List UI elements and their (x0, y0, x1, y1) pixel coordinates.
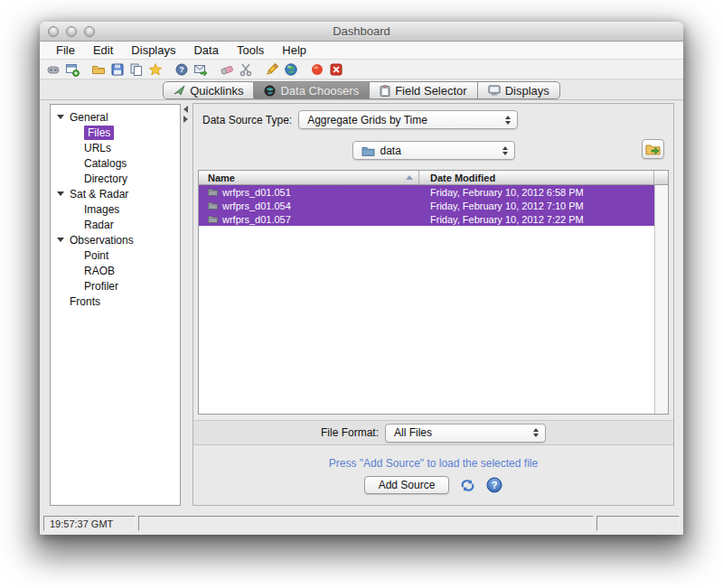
collapse-right-icon[interactable] (183, 116, 188, 123)
send-message-icon[interactable] (192, 61, 208, 77)
status-message-area (138, 516, 594, 531)
console-icon[interactable] (45, 61, 61, 77)
change-directory-button[interactable] (642, 139, 664, 159)
file-table: Name Date Modified wrfprs_d01.051 Friday… (198, 170, 669, 415)
tree-item-radar[interactable]: Radar (51, 217, 180, 232)
file-name: wrfprs_d01.057 (222, 214, 291, 225)
disclosure-triangle-icon[interactable] (57, 115, 64, 119)
eraser-icon[interactable] (219, 61, 234, 77)
tab-label: Field Selector (395, 84, 466, 98)
menu-help[interactable]: Help (273, 42, 315, 58)
tree-item-raob[interactable]: RAOB (51, 263, 180, 278)
file-format-select[interactable]: All Files (385, 424, 546, 443)
globe-icon[interactable] (283, 61, 298, 77)
data-source-type-select[interactable]: Aggregate Grids by Time (298, 110, 518, 129)
data-choosers-panel: General Files URLs Catalogs Directory Sa… (40, 99, 683, 511)
clipboard-icon (380, 85, 390, 97)
favorites-star-icon[interactable] (147, 61, 163, 77)
tree-group-observations[interactable]: Observations (51, 232, 180, 247)
minimize-window-icon[interactable] (66, 26, 77, 37)
tab-quicklinks[interactable]: Quicklinks (163, 81, 254, 99)
file-format-label: File Format: (321, 426, 379, 439)
tree-label: Point (84, 249, 108, 262)
tab-data-choosers[interactable]: Data Choosers (254, 81, 370, 99)
dashboard-window: Dashboard File Edit Displays Data Tools … (40, 22, 683, 535)
file-icon (208, 201, 218, 210)
new-window-icon[interactable] (64, 61, 80, 77)
tree-item-point[interactable]: Point (51, 247, 180, 263)
table-row[interactable]: wrfprs_d01.051 Friday, February 10, 2012… (199, 185, 654, 199)
tree-item-directory[interactable]: Directory (51, 171, 180, 186)
add-source-button[interactable]: Add Source (364, 476, 450, 494)
popup-arrows-icon (505, 116, 511, 125)
file-icon (208, 188, 218, 196)
collapse-left-icon[interactable] (183, 106, 188, 113)
clock-display: 19:57:37 GMT (43, 516, 136, 531)
folder-icon (362, 145, 375, 156)
tree-item-urls[interactable]: URLs (51, 140, 180, 155)
tree-label: Fronts (70, 295, 100, 308)
tab-field-selector[interactable]: Field Selector (370, 81, 477, 99)
directory-select[interactable]: data (352, 141, 515, 160)
tree-label: Observations (70, 234, 134, 247)
tab-label: Data Choosers (280, 84, 359, 98)
file-name: wrfprs_d01.051 (222, 187, 291, 198)
zoom-window-icon[interactable] (84, 26, 95, 37)
column-header-date-modified[interactable]: Date Modified (419, 171, 654, 185)
menu-displays[interactable]: Displays (122, 42, 184, 58)
menu-tools[interactable]: Tools (228, 42, 273, 58)
record-icon[interactable] (309, 61, 324, 77)
file-date-cell: Friday, February 10, 2012 7:22 PM (419, 214, 654, 225)
disclosure-triangle-icon[interactable] (57, 238, 64, 242)
status-bar: 19:57:37 GMT (40, 511, 683, 535)
column-header-name[interactable]: Name (199, 171, 419, 185)
main-tabs: Quicklinks Data Choosers Field Selector … (40, 81, 683, 99)
file-table-header: Name Date Modified (199, 171, 668, 185)
table-scrollbar[interactable] (654, 185, 668, 414)
globe-dark-icon (264, 85, 276, 97)
tree-item-catalogs[interactable]: Catalogs (51, 155, 180, 171)
tree-item-profiler[interactable]: Profiler (51, 278, 180, 294)
open-folder-icon[interactable] (90, 61, 106, 77)
tree-label: Radar (84, 219, 114, 231)
menu-edit[interactable]: Edit (84, 42, 122, 58)
popup-arrows-icon (502, 146, 508, 155)
tree-item-files[interactable]: Files (51, 125, 180, 140)
tree-group-general[interactable]: General (51, 109, 180, 125)
stop-delete-icon[interactable] (328, 61, 343, 77)
tree-item-fronts[interactable]: Fronts (51, 294, 180, 309)
window-controls (48, 26, 95, 37)
menu-data[interactable]: Data (184, 42, 227, 58)
disclosure-triangle-icon[interactable] (57, 191, 64, 196)
file-name-cell: wrfprs_d01.057 (199, 214, 419, 225)
close-window-icon[interactable] (48, 26, 59, 37)
table-row[interactable]: wrfprs_d01.054 Friday, February 10, 2012… (199, 199, 654, 212)
tree-label: Images (84, 203, 119, 216)
paper-plane-icon (174, 85, 185, 96)
file-name-cell: wrfprs_d01.054 (199, 201, 419, 211)
tree-group-sat-radar[interactable]: Sat & Radar (51, 186, 180, 201)
tree-item-images[interactable]: Images (51, 201, 180, 217)
data-source-type-label: Data Source Type: (202, 114, 292, 126)
table-row[interactable]: wrfprs_d01.057 Friday, February 10, 2012… (199, 212, 654, 226)
file-name: wrfprs_d01.054 (222, 201, 291, 211)
selected-directory: data (380, 145, 401, 157)
action-row: Add Source ? (193, 476, 673, 494)
window-title: Dashboard (333, 24, 390, 38)
splitter-collapse-buttons (183, 106, 188, 123)
edit-pencil-icon[interactable] (264, 61, 279, 77)
help-icon[interactable]: ? (486, 477, 502, 493)
refresh-icon[interactable] (459, 478, 476, 493)
tab-displays[interactable]: Displays (478, 81, 560, 99)
tree-label-selected: Files (84, 126, 114, 140)
save-icon[interactable] (109, 61, 125, 77)
file-date-cell: Friday, February 10, 2012 6:58 PM (419, 187, 654, 198)
menu-file[interactable]: File (47, 42, 84, 58)
svg-text:?: ? (492, 480, 498, 490)
tree-label: General (70, 111, 108, 124)
sort-ascending-icon (406, 175, 413, 180)
cut-scissors-icon[interactable] (238, 61, 253, 77)
copy-icon[interactable] (128, 61, 144, 77)
help-bubble-icon[interactable]: ? (174, 61, 189, 77)
menu-bar: File Edit Displays Data Tools Help (40, 42, 683, 60)
